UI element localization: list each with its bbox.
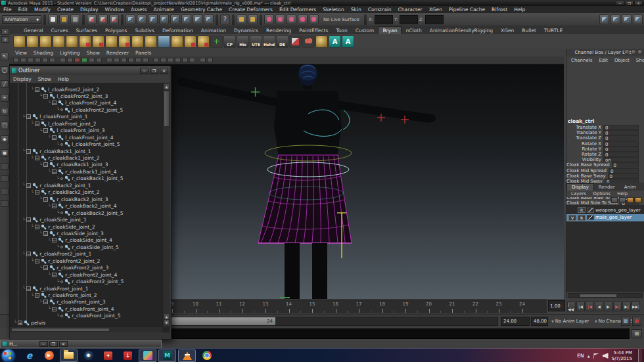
- viewport-toolbar-icon[interactable]: [121, 58, 127, 63]
- attribute-value-field[interactable]: 0: [603, 130, 639, 135]
- play-forwards-button[interactable]: ▶: [604, 302, 612, 311]
- outliner-item[interactable]: └−r_cloakBack1_joint_2: [10, 155, 100, 162]
- shelf-icon-a[interactable]: A: [329, 35, 341, 48]
- minwin-maximize-button[interactable]: ❐: [49, 341, 58, 347]
- channel-box-menu-channels[interactable]: Channels: [568, 58, 595, 63]
- shelf-icon[interactable]: [105, 35, 118, 48]
- taskbar-clock[interactable]: 5:44 PM 5/7/2015: [612, 350, 632, 362]
- outliner-item[interactable]: └−r_cloakSide_joint_3: [10, 230, 104, 237]
- viewport-menu-view[interactable]: View: [12, 50, 30, 56]
- outliner-item[interactable]: └−l_cloakFront_joint_2: [10, 120, 96, 127]
- go-to-end-button[interactable]: ▶▶|: [632, 302, 640, 311]
- shelf-icon[interactable]: [53, 35, 65, 48]
- shelf-icon[interactable]: [197, 35, 210, 48]
- shelf-gear-button[interactable]: ⚙: [1, 36, 9, 43]
- shelf-icon[interactable]: [315, 35, 328, 48]
- shelf-icon[interactable]: [79, 35, 91, 48]
- viewport-toolbar-icon[interactable]: [207, 58, 213, 63]
- rotate-tool[interactable]: ↻: [1, 108, 9, 116]
- outliner-maximize-button[interactable]: ❐: [150, 68, 158, 74]
- select-tool[interactable]: ↖: [1, 53, 9, 60]
- show-hidden-icons[interactable]: ▲: [587, 354, 590, 358]
- expand-box-icon[interactable]: −: [35, 225, 39, 229]
- manipulator-icon[interactable]: [624, 49, 630, 55]
- shelf-tab-dynamics[interactable]: Dynamics: [230, 27, 262, 34]
- outliner-item[interactable]: └−r_cloakFront2_joint_1: [10, 251, 91, 258]
- shelf-icon[interactable]: [184, 35, 196, 48]
- layer-list-hscrollbar[interactable]: [568, 293, 643, 298]
- layout-shortcut-button[interactable]: [1, 175, 9, 182]
- scroll-down-icon[interactable]: ▼: [164, 319, 170, 325]
- shelf-icon[interactable]: [13, 35, 26, 48]
- snap-grid-icon[interactable]: [126, 14, 135, 24]
- viewport-toolbar-icon[interactable]: [128, 58, 134, 63]
- help-icon[interactable]: ?: [220, 14, 230, 24]
- window-close-button[interactable]: ✕: [634, 1, 643, 5]
- media-player-icon[interactable]: ▶: [40, 350, 58, 362]
- select-object-icon[interactable]: [98, 14, 108, 24]
- menu-skeleton[interactable]: Skeleton: [319, 7, 347, 12]
- shelf-tab-rendering[interactable]: Rendering: [262, 27, 295, 34]
- outliner-vscrollbar[interactable]: ▲ ▲ ▼: [162, 83, 170, 327]
- construction-history-icon[interactable]: [248, 14, 258, 24]
- red-app-icon[interactable]: ✦: [99, 350, 117, 362]
- expand-box-icon[interactable]: −: [43, 300, 48, 304]
- viewport-toolbar-icon[interactable]: [160, 58, 166, 63]
- outliner-item[interactable]: └−r_cloakFront_joint_1: [10, 285, 88, 292]
- outliner-item[interactable]: └−l_cloakFront_joint_4: [10, 134, 113, 141]
- file-explorer-icon[interactable]: [60, 350, 78, 362]
- expand-box-icon[interactable]: −: [26, 149, 31, 154]
- shelf-icon-hshd[interactable]: Hshd: [263, 35, 275, 48]
- expand-box-icon[interactable]: −: [26, 114, 31, 119]
- shelf-tab-animationfriendlyrigging[interactable]: AnimationFriendlyRigging: [426, 27, 497, 34]
- layer-visibility-toggle[interactable]: V: [568, 215, 576, 221]
- minwin-close-button[interactable]: ✕: [59, 341, 68, 347]
- shelf-tab-polygons[interactable]: Polygons: [101, 27, 131, 34]
- expand-box-icon[interactable]: −: [26, 217, 31, 222]
- outliner-item[interactable]: └−r_cloakFront2_joint_4: [10, 271, 117, 278]
- open-scene-icon[interactable]: [59, 14, 69, 24]
- select-component-icon[interactable]: [109, 14, 119, 24]
- shelf-tab-general[interactable]: General: [20, 27, 47, 34]
- shelf-icon-cp[interactable]: CP: [223, 35, 236, 48]
- menu-help[interactable]: Help: [511, 7, 528, 12]
- lasso-tool[interactable]: ◯: [1, 66, 9, 74]
- move-layer-up-icon[interactable]: [611, 197, 618, 203]
- scale-tool[interactable]: ▢: [1, 122, 9, 129]
- shelf-icon-de[interactable]: DE: [276, 35, 288, 48]
- menu-xgen[interactable]: XGen: [426, 7, 446, 12]
- last-tool-used[interactable]: ●: [1, 149, 9, 157]
- outliner-item[interactable]: └−r_cloakSide_joint_2: [10, 223, 95, 230]
- expand-box-icon[interactable]: −: [52, 135, 57, 140]
- layout-shortcut-button[interactable]: [1, 200, 9, 207]
- outliner-minimize-button[interactable]: ─: [140, 68, 149, 74]
- shelf-icon-ute[interactable]: UTE: [250, 35, 262, 48]
- expand-box-icon[interactable]: −: [52, 170, 57, 174]
- layout-shortcut-button[interactable]: [1, 163, 9, 170]
- shelf-icon[interactable]: [26, 35, 39, 48]
- script-editor-icon[interactable]: ▤: [632, 329, 642, 338]
- minwin-minimize-button[interactable]: ─: [39, 341, 48, 347]
- layer-editor-tab-display[interactable]: Display: [566, 183, 594, 191]
- menu-assets[interactable]: Assets: [127, 7, 150, 12]
- menu-window[interactable]: Window: [102, 7, 128, 12]
- window-minimize-button[interactable]: ─: [616, 1, 624, 5]
- outliner-item[interactable]: └−r_cloakFront_joint_2: [10, 292, 97, 299]
- viewport-toolbar-icon[interactable]: [200, 58, 206, 63]
- expand-box-icon[interactable]: −: [35, 122, 39, 126]
- universal-manipulator-tool[interactable]: ◆: [1, 135, 9, 143]
- layer-row[interactable]: Rweapons_geo_layer: [566, 206, 644, 214]
- outliner-item[interactable]: └−r_cloakBack2_joint_4: [10, 203, 117, 210]
- layer-color-swatch[interactable]: [587, 208, 594, 213]
- scroll-up-icon[interactable]: ▲: [164, 83, 170, 89]
- snap-curve-icon[interactable]: [137, 14, 147, 24]
- attribute-value-field[interactable]: 0: [603, 147, 639, 152]
- speed-control-icon[interactable]: [631, 49, 636, 55]
- coord-input[interactable]: [375, 15, 393, 24]
- menu-display[interactable]: Display: [77, 7, 102, 12]
- expand-box-icon[interactable]: −: [26, 252, 31, 256]
- shelf-icon[interactable]: [171, 35, 183, 48]
- outliner-item[interactable]: └r_cloakBack1_joint_5: [10, 175, 124, 182]
- viewport-toolbar-icon[interactable]: [189, 58, 195, 63]
- channel-box-menu-show[interactable]: Show: [633, 58, 644, 63]
